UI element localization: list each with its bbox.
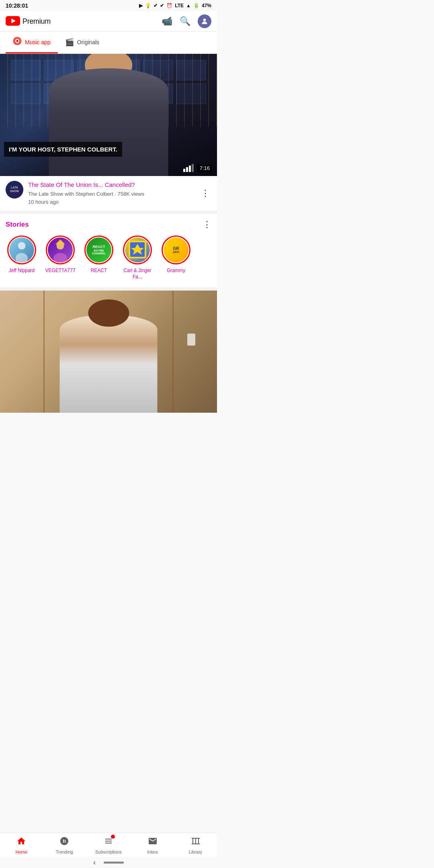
story-item-vegetta[interactable]: VEGETTA777: [44, 235, 76, 280]
featured-video[interactable]: I'M YOUR HOST, STEPHEN COLBERT. 7:16: [0, 54, 217, 176]
video-duration: 7:16: [197, 164, 212, 172]
originals-tab-label: Originals: [77, 39, 99, 45]
story-avatar-jeff: [9, 237, 34, 262]
originals-icon: 🎬: [65, 38, 74, 47]
svg-point-7: [16, 253, 28, 262]
story-name-carl: Carl & Jinger Fa...: [121, 268, 154, 280]
idea-icon: 💡: [145, 3, 151, 8]
camera-button[interactable]: 📹: [162, 16, 172, 27]
search-button[interactable]: 🔍: [180, 16, 190, 27]
header-actions: 📹 🔍: [162, 14, 211, 28]
svg-point-2: [203, 18, 206, 21]
story-item-carl[interactable]: Carl & Jinger Fa...: [121, 235, 154, 280]
svg-point-4: [16, 40, 18, 42]
download2-icon: ✔: [160, 3, 164, 8]
story-avatar-vegetta: [48, 237, 73, 262]
video-subtitle: The Late Show with Stephen Colbert · 758…: [28, 190, 194, 206]
youtube-logo-icon: [6, 16, 20, 27]
story-item-grammy[interactable]: GR OFFI Grammy: [160, 235, 192, 280]
story-avatar-react: REACT AN FBE CHANNEL: [86, 237, 111, 262]
stories-title: Stories: [6, 221, 29, 229]
video-caption: I'M YOUR HOST, STEPHEN COLBERT.: [4, 142, 122, 157]
svg-point-9: [53, 253, 67, 262]
channel-avatar[interactable]: LATE SHOW: [6, 181, 23, 199]
stories-more-button[interactable]: ⋮: [203, 219, 211, 230]
music-icon: [13, 37, 22, 47]
video-meta: The State Of The Union Is... Cancelled? …: [28, 181, 194, 206]
svg-marker-10: [55, 240, 65, 244]
app-header: Premium 📹 🔍: [0, 11, 217, 32]
story-avatar-carl: [125, 237, 150, 262]
quality-indicator: [183, 164, 194, 172]
story-name-vegetta: VEGETTA777: [45, 268, 75, 274]
video-info: LATE SHOW The State Of The Union Is... C…: [0, 176, 217, 214]
signal-icon: ▲: [186, 3, 191, 8]
alarm-icon: ⏰: [166, 3, 172, 8]
youtube-status-icon: ▶: [139, 3, 143, 8]
view-count: 758K views: [118, 191, 144, 197]
stories-list: Jeff Nippard VEGETTA777 REACT: [6, 235, 217, 282]
profile-avatar[interactable]: [198, 14, 211, 28]
channel-name: The Late Show with Stephen Colbert: [28, 191, 113, 197]
story-name-jeff: Jeff Nippard: [9, 268, 35, 274]
tab-originals[interactable]: 🎬 Originals: [58, 32, 106, 53]
story-item-jeff[interactable]: Jeff Nippard: [6, 235, 38, 280]
story-item-react[interactable]: REACT AN FBE CHANNEL REACT: [83, 235, 115, 280]
svg-point-6: [18, 242, 26, 250]
stories-header: Stories ⋮: [6, 219, 217, 230]
battery-icon: 🔋: [193, 3, 199, 8]
story-name-grammy: Grammy: [167, 268, 185, 274]
second-video[interactable]: [0, 291, 217, 413]
story-name-react: REACT: [91, 268, 107, 274]
logo-area: Premium: [6, 16, 158, 27]
music-tab-label: Music app: [25, 39, 51, 45]
nav-tabs: Music app 🎬 Originals: [0, 32, 217, 54]
status-bar: 10:28:01 ▶ 💡 ✔ ✔ ⏰ LTE ▲ 🔋 47%: [0, 0, 217, 11]
time-ago: 10 hours ago: [28, 199, 59, 205]
more-options-button[interactable]: ⋮: [199, 186, 211, 200]
app-title: Premium: [23, 17, 51, 26]
status-time: 10:28:01: [6, 2, 28, 9]
download-icon: ✔: [154, 3, 158, 8]
video-title: The State Of The Union Is... Cancelled?: [28, 181, 194, 189]
stories-section: Stories ⋮ Jeff Nippard: [0, 214, 217, 291]
story-avatar-grammy: GR OFFI: [164, 237, 188, 262]
tab-music-app[interactable]: Music app: [6, 32, 58, 53]
status-icons: ▶ 💡 ✔ ✔ ⏰ LTE ▲ 🔋 47%: [139, 3, 211, 8]
lte-icon: LTE: [175, 3, 184, 8]
battery-pct: 47%: [202, 3, 211, 8]
views-separator: ·: [115, 191, 117, 197]
